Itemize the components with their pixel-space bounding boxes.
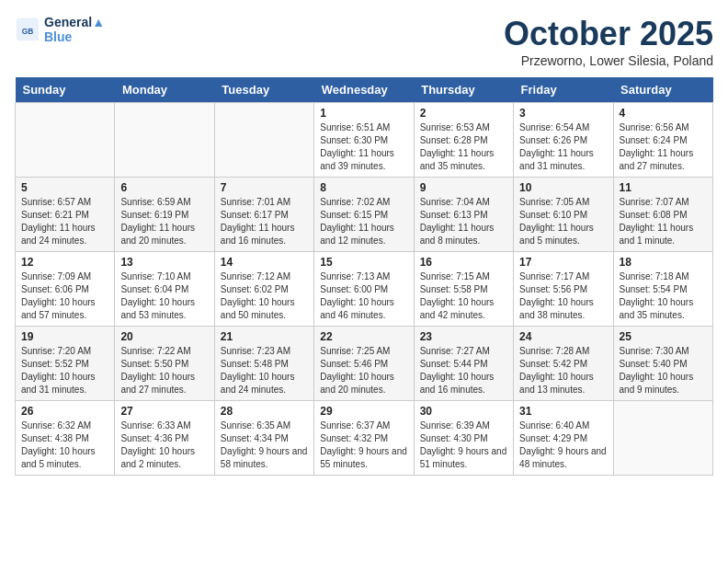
day-number: 17 <box>519 256 607 269</box>
day-number: 26 <box>21 405 108 418</box>
cell-info: Sunrise: 6:37 AM Sunset: 4:32 PM Dayligh… <box>320 419 407 471</box>
calendar-cell: 24Sunrise: 7:28 AM Sunset: 5:42 PM Dayli… <box>514 327 613 401</box>
calendar-cell: 15Sunrise: 7:13 AM Sunset: 6:00 PM Dayli… <box>314 252 414 327</box>
day-number: 5 <box>21 181 108 194</box>
cell-info: Sunrise: 6:32 AM Sunset: 4:38 PM Dayligh… <box>21 419 108 471</box>
weekday-header-saturday: Saturday <box>613 77 712 103</box>
day-number: 23 <box>420 330 507 343</box>
calendar-cell: 26Sunrise: 6:32 AM Sunset: 4:38 PM Dayli… <box>16 401 115 476</box>
cell-info: Sunrise: 7:10 AM Sunset: 6:04 PM Dayligh… <box>120 270 208 322</box>
calendar-cell <box>115 103 214 178</box>
cell-info: Sunrise: 6:51 AM Sunset: 6:30 PM Dayligh… <box>320 121 407 173</box>
day-number: 31 <box>519 405 607 418</box>
cell-info: Sunrise: 6:54 AM Sunset: 6:26 PM Dayligh… <box>519 121 607 173</box>
cell-info: Sunrise: 7:20 AM Sunset: 5:52 PM Dayligh… <box>21 345 108 396</box>
calendar-cell: 21Sunrise: 7:23 AM Sunset: 5:48 PM Dayli… <box>214 327 313 401</box>
day-number: 6 <box>120 181 208 194</box>
day-number: 18 <box>620 256 707 269</box>
calendar-cell: 7Sunrise: 7:01 AM Sunset: 6:17 PM Daylig… <box>214 178 313 252</box>
calendar-cell <box>613 401 712 476</box>
weekday-header-tuesday: Tuesday <box>214 77 313 103</box>
cell-info: Sunrise: 7:05 AM Sunset: 6:10 PM Dayligh… <box>519 196 607 247</box>
calendar-cell: 12Sunrise: 7:09 AM Sunset: 6:06 PM Dayli… <box>16 252 115 327</box>
cell-info: Sunrise: 6:57 AM Sunset: 6:21 PM Dayligh… <box>21 196 108 247</box>
cell-info: Sunrise: 7:01 AM Sunset: 6:17 PM Dayligh… <box>221 196 308 247</box>
day-number: 21 <box>221 330 308 343</box>
cell-info: Sunrise: 7:07 AM Sunset: 6:08 PM Dayligh… <box>620 196 707 247</box>
cell-info: Sunrise: 7:30 AM Sunset: 5:40 PM Dayligh… <box>620 345 707 396</box>
day-number: 1 <box>320 107 407 120</box>
day-number: 20 <box>120 330 208 343</box>
day-number: 4 <box>620 107 707 120</box>
cell-info: Sunrise: 7:18 AM Sunset: 5:54 PM Dayligh… <box>620 270 707 322</box>
calendar-table: SundayMondayTuesdayWednesdayThursdayFrid… <box>15 77 713 476</box>
calendar-cell: 19Sunrise: 7:20 AM Sunset: 5:52 PM Dayli… <box>16 327 115 401</box>
calendar-cell: 14Sunrise: 7:12 AM Sunset: 6:02 PM Dayli… <box>214 252 313 327</box>
location-subtitle: Przeworno, Lower Silesia, Poland <box>504 53 713 68</box>
calendar-cell: 13Sunrise: 7:10 AM Sunset: 6:04 PM Dayli… <box>115 252 214 327</box>
day-number: 13 <box>120 256 208 269</box>
month-title: October 2025 <box>504 15 713 53</box>
day-number: 28 <box>221 405 308 418</box>
calendar-cell: 4Sunrise: 6:56 AM Sunset: 6:24 PM Daylig… <box>613 103 712 178</box>
day-number: 9 <box>420 181 507 194</box>
calendar-cell: 18Sunrise: 7:18 AM Sunset: 5:54 PM Dayli… <box>613 252 712 327</box>
day-number: 19 <box>21 330 108 343</box>
cell-info: Sunrise: 7:17 AM Sunset: 5:56 PM Dayligh… <box>519 270 607 322</box>
cell-info: Sunrise: 6:39 AM Sunset: 4:30 PM Dayligh… <box>420 419 507 471</box>
calendar-cell: 5Sunrise: 6:57 AM Sunset: 6:21 PM Daylig… <box>16 178 115 252</box>
calendar-cell: 8Sunrise: 7:02 AM Sunset: 6:15 PM Daylig… <box>314 178 414 252</box>
day-number: 10 <box>519 181 607 194</box>
day-number: 30 <box>420 405 507 418</box>
day-number: 24 <box>519 330 607 343</box>
calendar-cell: 29Sunrise: 6:37 AM Sunset: 4:32 PM Dayli… <box>314 401 414 476</box>
calendar-cell: 23Sunrise: 7:27 AM Sunset: 5:44 PM Dayli… <box>414 327 513 401</box>
calendar-cell: 6Sunrise: 6:59 AM Sunset: 6:19 PM Daylig… <box>115 178 214 252</box>
calendar-cell: 3Sunrise: 6:54 AM Sunset: 6:26 PM Daylig… <box>514 103 613 178</box>
cell-info: Sunrise: 6:33 AM Sunset: 4:36 PM Dayligh… <box>120 419 208 471</box>
logo-icon: GB <box>15 17 40 42</box>
weekday-header-friday: Friday <box>514 77 613 103</box>
day-number: 7 <box>221 181 308 194</box>
calendar-cell: 11Sunrise: 7:07 AM Sunset: 6:08 PM Dayli… <box>613 178 712 252</box>
cell-info: Sunrise: 7:04 AM Sunset: 6:13 PM Dayligh… <box>420 196 507 247</box>
calendar-cell: 20Sunrise: 7:22 AM Sunset: 5:50 PM Dayli… <box>115 327 214 401</box>
calendar-cell: 17Sunrise: 7:17 AM Sunset: 5:56 PM Dayli… <box>514 252 613 327</box>
weekday-header-sunday: Sunday <box>16 77 115 103</box>
cell-info: Sunrise: 7:22 AM Sunset: 5:50 PM Dayligh… <box>120 345 208 396</box>
day-number: 12 <box>21 256 108 269</box>
logo: GB General▲ Blue <box>15 15 105 44</box>
day-number: 8 <box>320 181 407 194</box>
calendar-cell: 22Sunrise: 7:25 AM Sunset: 5:46 PM Dayli… <box>314 327 414 401</box>
day-number: 22 <box>320 330 407 343</box>
cell-info: Sunrise: 6:56 AM Sunset: 6:24 PM Dayligh… <box>620 121 707 173</box>
cell-info: Sunrise: 7:02 AM Sunset: 6:15 PM Dayligh… <box>320 196 407 247</box>
weekday-header-wednesday: Wednesday <box>314 77 414 103</box>
cell-info: Sunrise: 7:12 AM Sunset: 6:02 PM Dayligh… <box>221 270 308 322</box>
calendar-cell: 31Sunrise: 6:40 AM Sunset: 4:29 PM Dayli… <box>514 401 613 476</box>
calendar-cell: 9Sunrise: 7:04 AM Sunset: 6:13 PM Daylig… <box>414 178 513 252</box>
calendar-cell: 27Sunrise: 6:33 AM Sunset: 4:36 PM Dayli… <box>115 401 214 476</box>
cell-info: Sunrise: 7:15 AM Sunset: 5:58 PM Dayligh… <box>420 270 507 322</box>
day-number: 27 <box>120 405 208 418</box>
calendar-cell: 28Sunrise: 6:35 AM Sunset: 4:34 PM Dayli… <box>214 401 313 476</box>
svg-text:GB: GB <box>22 27 34 36</box>
day-number: 14 <box>221 256 308 269</box>
day-number: 16 <box>420 256 507 269</box>
calendar-cell <box>214 103 313 178</box>
cell-info: Sunrise: 7:28 AM Sunset: 5:42 PM Dayligh… <box>519 345 607 396</box>
cell-info: Sunrise: 7:09 AM Sunset: 6:06 PM Dayligh… <box>21 270 108 322</box>
cell-info: Sunrise: 6:53 AM Sunset: 6:28 PM Dayligh… <box>420 121 507 173</box>
calendar-cell: 30Sunrise: 6:39 AM Sunset: 4:30 PM Dayli… <box>414 401 513 476</box>
day-number: 11 <box>620 181 707 194</box>
day-number: 2 <box>420 107 507 120</box>
calendar-cell: 1Sunrise: 6:51 AM Sunset: 6:30 PM Daylig… <box>314 103 414 178</box>
cell-info: Sunrise: 6:35 AM Sunset: 4:34 PM Dayligh… <box>221 419 308 471</box>
calendar-cell: 10Sunrise: 7:05 AM Sunset: 6:10 PM Dayli… <box>514 178 613 252</box>
cell-info: Sunrise: 7:25 AM Sunset: 5:46 PM Dayligh… <box>320 345 407 396</box>
calendar-cell <box>16 103 115 178</box>
day-number: 25 <box>620 330 707 343</box>
day-number: 29 <box>320 405 407 418</box>
page-header: GB General▲ Blue October 2025 Przeworno,… <box>15 15 713 68</box>
calendar-cell: 2Sunrise: 6:53 AM Sunset: 6:28 PM Daylig… <box>414 103 513 178</box>
